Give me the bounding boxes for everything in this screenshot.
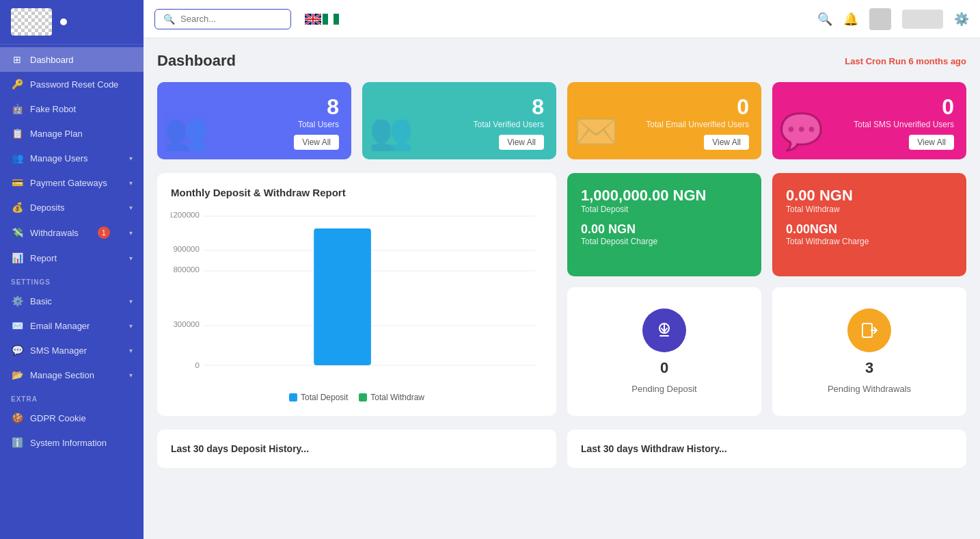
email-unverified-view-all-button[interactable]: View All xyxy=(704,135,749,150)
legend-withdraw: Total Withdraw xyxy=(359,393,424,402)
stat-card-total-users: 8 Total Users View All 👥 xyxy=(157,82,351,159)
user-name-display[interactable] xyxy=(902,10,943,29)
sidebar-item-gdpr-cookie[interactable]: 🍪 GDPR Cookie xyxy=(0,406,144,430)
stat-card-verified-users: 8 Total Verified Users View All 👥 xyxy=(362,82,556,159)
dashboard-header: Dashboard Last Cron Run 6 months ago xyxy=(157,52,966,70)
section-icon: 📂 xyxy=(11,369,23,380)
sidebar-item-label: GDPR Cookie xyxy=(30,413,86,423)
withdraw-finance-card: 0.00 NGN Total Withdraw 0.00NGN Total Wi… xyxy=(772,173,966,276)
sidebar-item-password-reset[interactable]: 🔑 Password Reset Code xyxy=(0,72,144,96)
user-avatar[interactable] xyxy=(869,8,891,30)
sidebar-item-payment-gateways[interactable]: 💳 Payment Gateways ▾ xyxy=(0,170,144,195)
users-bg-icon: 👥 xyxy=(164,111,208,153)
sidebar-item-basic[interactable]: ⚙️ Basic ▾ xyxy=(0,289,144,313)
chevron-down-icon: ▾ xyxy=(129,322,133,330)
search-container: 🔍 xyxy=(154,9,291,29)
sidebar-item-label: Manage Section xyxy=(30,370,94,380)
header: 🔍 🔍 🔔 xyxy=(144,0,980,38)
sidebar-item-label: Email Manager xyxy=(30,321,90,331)
language-flags xyxy=(305,14,339,25)
sidebar-item-deposits[interactable]: 💰 Deposits ▾ xyxy=(0,195,144,220)
deposit-finance-card: 1,000,000.00 NGN Total Deposit 0.00 NGN … xyxy=(567,173,761,276)
total-users-view-all-button[interactable]: View All xyxy=(294,135,339,150)
email-bg-icon: ✉️ xyxy=(574,111,618,153)
deposit-charge-amount: 0.00 NGN xyxy=(581,222,748,237)
sidebar-item-label: Deposits xyxy=(30,202,65,213)
svg-rect-27 xyxy=(862,324,872,337)
content-area: Dashboard Last Cron Run 6 months ago 8 T… xyxy=(144,38,980,539)
pending-withdrawals-card: 3 Pending Withdrawals xyxy=(772,287,966,417)
sidebar-item-email-manager[interactable]: ✉️ Email Manager ▾ xyxy=(0,313,144,338)
svg-text:September-2024: September-2024 xyxy=(342,372,400,373)
svg-text:300000: 300000 xyxy=(173,320,199,328)
sms-icon: 💬 xyxy=(11,345,23,356)
withdraw-icon: 💸 xyxy=(11,227,23,238)
plan-icon: 📋 xyxy=(11,128,23,139)
svg-rect-22 xyxy=(314,228,371,365)
chevron-down-icon: ▾ xyxy=(129,179,133,187)
logo-image xyxy=(11,8,52,36)
deposit-charge-label: Total Deposit Charge xyxy=(581,237,748,246)
chevron-down-icon: ▾ xyxy=(129,347,133,354)
search-header-icon[interactable]: 🔍 xyxy=(817,12,832,27)
sidebar-item-dashboard[interactable]: ⊞ Dashboard xyxy=(0,47,144,72)
user-settings-icon[interactable]: ⚙️ xyxy=(954,12,969,27)
sidebar-logo xyxy=(0,0,144,44)
flag-ng-icon[interactable] xyxy=(323,14,339,25)
sidebar-item-report[interactable]: 📊 Report ▾ xyxy=(0,246,144,270)
sidebar-item-label: Password Reset Code xyxy=(30,79,118,90)
withdraw-legend-label: Total Withdraw xyxy=(370,393,424,402)
svg-rect-9 xyxy=(323,14,328,25)
search-input[interactable] xyxy=(180,14,276,24)
sidebar-item-label: SMS Manager xyxy=(30,345,87,356)
sms-unverified-view-all-button[interactable]: View All xyxy=(909,135,954,150)
cloud-download-icon xyxy=(655,321,674,340)
notification-icon[interactable]: 🔔 xyxy=(843,12,858,27)
logo-dot xyxy=(60,18,67,25)
chart-area: 1200000 900000 800000 300000 0 xyxy=(171,209,543,387)
logout-icon xyxy=(860,321,879,340)
chevron-down-icon: ▾ xyxy=(129,204,133,211)
search-icon: 🔍 xyxy=(163,14,175,25)
total-deposit-amount: 1,000,000.00 NGN xyxy=(581,187,748,205)
chevron-down-icon: ▾ xyxy=(129,298,133,305)
total-withdraw-amount: 0.00 NGN xyxy=(786,187,953,205)
sidebar-item-label: Payment Gateways xyxy=(30,178,107,188)
stat-card-sms-unverified: 0 Total SMS Unverified Users View All 💬 xyxy=(772,82,966,159)
settings-section-label: SETTINGS xyxy=(0,270,144,289)
chart-legend: Total Deposit Total Withdraw xyxy=(171,393,543,402)
chart-svg: 1200000 900000 800000 300000 0 xyxy=(171,209,543,373)
sidebar-item-manage-plan[interactable]: 📋 Manage Plan xyxy=(0,121,144,146)
sidebar-item-label: System Information xyxy=(30,438,107,448)
sidebar-item-label: Dashboard xyxy=(30,55,74,65)
sidebar-item-sms-manager[interactable]: 💬 SMS Manager ▾ xyxy=(0,338,144,363)
middle-row: Monthly Deposit & Withdraw Report 120000… xyxy=(157,173,966,416)
pending-deposit-count: 0 xyxy=(660,359,668,377)
cookie-icon: 🍪 xyxy=(11,412,23,423)
settings-icon: ⚙️ xyxy=(11,295,23,306)
sidebar-item-label: Basic xyxy=(30,296,52,306)
sidebar-item-manage-users[interactable]: 👥 Manage Users ▾ xyxy=(0,146,144,170)
deposit-legend-color xyxy=(289,393,297,402)
stat-card-email-unverified: 0 Total Email Unverified Users View All … xyxy=(567,82,761,159)
withdraw-history-title: Last 30 days Withdraw History... xyxy=(581,443,953,454)
cron-value: 6 months ago xyxy=(908,56,966,66)
sidebar-item-system-info[interactable]: ℹ️ System Information xyxy=(0,430,144,455)
sidebar-item-manage-section[interactable]: 📂 Manage Section ▾ xyxy=(0,363,144,387)
pending-withdrawals-count: 3 xyxy=(865,359,873,377)
sidebar-item-withdrawals[interactable]: 💸 Withdrawals 1 ▾ xyxy=(0,220,144,246)
verified-users-view-all-button[interactable]: View All xyxy=(499,135,544,150)
sidebar-item-fake-robot[interactable]: 🤖 Fake Robot xyxy=(0,96,144,121)
pending-withdraw-icon-circle xyxy=(847,308,891,352)
main-area: 🔍 🔍 🔔 xyxy=(144,0,980,539)
header-icons: 🔍 🔔 ⚙️ xyxy=(817,8,969,30)
page-title: Dashboard xyxy=(157,52,236,70)
total-withdraw-label: Total Withdraw xyxy=(786,205,953,214)
legend-deposit: Total Deposit xyxy=(289,393,348,402)
chevron-down-icon: ▾ xyxy=(129,155,133,162)
sidebar-item-label: Manage Users xyxy=(30,153,88,163)
flag-icon[interactable] xyxy=(305,14,321,25)
report-icon: 📊 xyxy=(11,252,23,263)
gateway-icon: 💳 xyxy=(11,177,23,188)
email-icon: ✉️ xyxy=(11,320,23,331)
